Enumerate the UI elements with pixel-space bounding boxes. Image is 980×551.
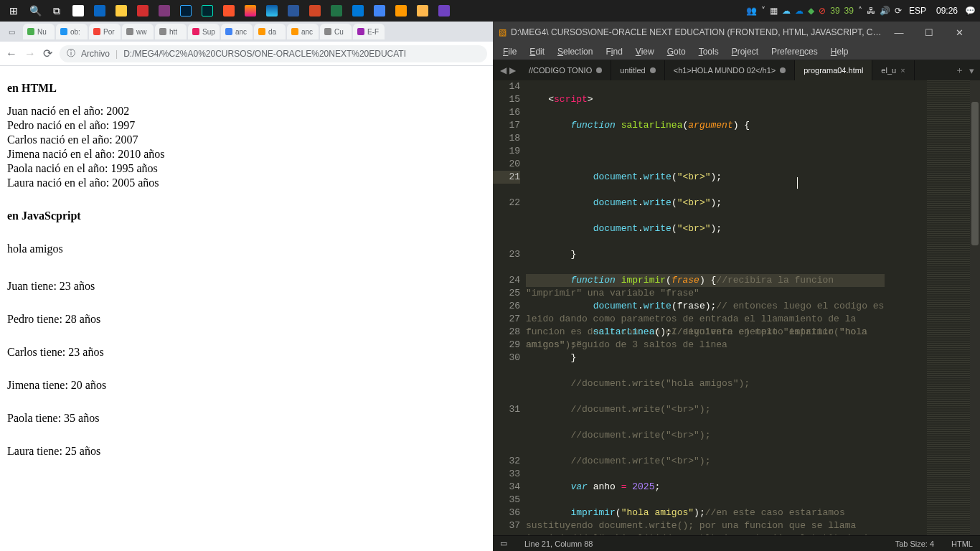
- browser-tab[interactable]: anc: [221, 24, 253, 39]
- onedrive-icon[interactable]: ☁: [795, 6, 804, 16]
- app-icon-2[interactable]: [370, 3, 389, 19]
- excel-icon[interactable]: [327, 3, 346, 19]
- browser-tab[interactable]: Cu: [320, 24, 352, 39]
- sublime-statusbar: ▭ Line 21, Column 88 Tab Size: 4 HTML: [493, 535, 980, 551]
- tab-close-icon[interactable]: ×: [900, 66, 905, 75]
- powerpoint-icon[interactable]: [306, 3, 324, 19]
- menu-preferences[interactable]: Preferences: [765, 45, 824, 58]
- line-gutter: 141516 171819 20 21 22 23 242526 272829 …: [493, 80, 526, 535]
- menu-help[interactable]: Help: [825, 45, 854, 58]
- tab-label: <h1>HOLA MUNDO 02</h1>: [674, 66, 776, 75]
- file-icon: ⓘ: [67, 47, 75, 60]
- menu-goto[interactable]: Goto: [661, 45, 692, 58]
- ethernet-icon[interactable]: 🖧: [867, 6, 875, 16]
- maximize-button[interactable]: ☐: [914, 22, 944, 43]
- minimap[interactable]: [927, 80, 970, 535]
- mail-icon[interactable]: [90, 3, 109, 19]
- forward-button[interactable]: →: [24, 47, 36, 60]
- tray-icon[interactable]: ☁: [782, 6, 791, 16]
- cursor-position[interactable]: Line 21, Column 88: [524, 540, 593, 548]
- status-icon[interactable]: ▭: [500, 539, 507, 548]
- store-icon[interactable]: [69, 3, 88, 19]
- sublime-menubar: File Edit Selection Find View Goto Tools…: [493, 43, 980, 60]
- people-icon[interactable]: 👥: [746, 6, 757, 16]
- menu-edit[interactable]: Edit: [524, 45, 550, 58]
- address-bar[interactable]: ⓘ Archivo | D:/MEG4/%C2%A0%20CURSOS/ONE-…: [60, 45, 487, 62]
- window-title: D:\MEG4\ CURSOS\ONE-ORACLE NEXT EDUCATIO…: [511, 27, 884, 37]
- code-area[interactable]: <script> function saltarLinea(argument) …: [526, 80, 980, 535]
- syntax-mode[interactable]: HTML: [951, 540, 973, 548]
- tray-count: 39: [844, 6, 854, 16]
- file-tab[interactable]: untitled: [611, 60, 664, 80]
- menu-find[interactable]: Find: [600, 45, 628, 58]
- tab-next-icon[interactable]: ▶: [509, 65, 516, 75]
- tray-icon[interactable]: ▦: [770, 6, 778, 16]
- security-icon[interactable]: ◆: [808, 6, 814, 16]
- edge-icon[interactable]: [263, 3, 281, 19]
- tab-size[interactable]: Tab Size: 4: [895, 540, 934, 548]
- browser-tab[interactable]: Por: [89, 24, 121, 39]
- minimize-button[interactable]: —: [884, 22, 914, 43]
- sublime-icon[interactable]: [392, 3, 410, 19]
- up-icon[interactable]: ˄: [858, 6, 862, 16]
- text-line: Jimena nació en el año: 2010 años: [7, 148, 486, 161]
- folder-icon[interactable]: [413, 3, 432, 19]
- browser-tab[interactable]: anc: [287, 24, 319, 39]
- browser-tab[interactable]: Nu: [23, 24, 55, 39]
- tab-dropdown-icon[interactable]: ▾: [969, 65, 974, 76]
- vscode-icon[interactable]: [349, 3, 367, 19]
- task-view-icon[interactable]: ⧉: [47, 3, 66, 19]
- tab-prev-icon[interactable]: ◀: [500, 65, 507, 75]
- file-tab[interactable]: <h1>HOLA MUNDO 02</h1>: [665, 60, 795, 80]
- tab-label: ob:: [70, 28, 80, 36]
- text-line: Carlos nació en el año: 2007: [7, 133, 486, 146]
- code-editor[interactable]: 141516 171819 20 21 22 23 242526 272829 …: [493, 80, 980, 535]
- text-line: Paola nació en el año: 1995 años: [7, 162, 486, 175]
- menu-view[interactable]: View: [630, 45, 660, 58]
- audition-icon[interactable]: [198, 3, 217, 19]
- word-icon[interactable]: [284, 3, 303, 19]
- file-tab[interactable]: //CODIGO TONIO: [520, 60, 611, 80]
- scrollbar-thumb[interactable]: [971, 102, 979, 245]
- text-line: Paola tiene: 35 años: [7, 412, 486, 425]
- back-button[interactable]: ←: [6, 47, 17, 60]
- browser-tabstrip: ▭ Nu ob: Por ww htt Sup anc da anc Cu E-…: [0, 22, 493, 42]
- page-heading: en JavaScpript: [7, 209, 486, 222]
- explorer-icon[interactable]: [112, 3, 131, 19]
- brave-icon[interactable]: [220, 3, 238, 19]
- browser-tab[interactable]: Sup: [188, 24, 220, 39]
- volume-icon[interactable]: 🔊: [880, 6, 890, 16]
- browser-tab[interactable]: E-F: [353, 24, 385, 39]
- text-line: Laura nació en el año: 2005 años: [7, 176, 486, 189]
- app-icon[interactable]: [133, 3, 152, 19]
- browser-tab[interactable]: htt: [155, 24, 187, 39]
- firefox-icon[interactable]: [241, 3, 260, 19]
- sublime-titlebar[interactable]: ▧ D:\MEG4\ CURSOS\ONE-ORACLE NEXT EDUCAT…: [493, 22, 980, 43]
- menu-file[interactable]: File: [497, 45, 522, 58]
- tray-chevron-icon[interactable]: ˅: [761, 6, 765, 16]
- file-tab[interactable]: el_u×: [872, 60, 914, 80]
- browser-tab[interactable]: ob:: [56, 24, 88, 39]
- app-icon-3[interactable]: [435, 3, 453, 19]
- photoshop-icon[interactable]: [176, 3, 195, 19]
- reload-button[interactable]: ⟳: [43, 47, 52, 60]
- menu-selection[interactable]: Selection: [552, 45, 598, 58]
- sync-icon[interactable]: ⟳: [895, 6, 902, 16]
- browser-tab[interactable]: da: [254, 24, 286, 39]
- tab-label: untitled: [620, 66, 645, 75]
- file-tab-active[interactable]: programa04.html: [795, 60, 872, 80]
- action-center-icon[interactable]: 💬: [965, 6, 976, 16]
- browser-tab[interactable]: ww: [122, 24, 154, 39]
- onenote-icon[interactable]: [155, 3, 174, 19]
- start-button[interactable]: ⊞: [4, 3, 23, 19]
- menu-tools[interactable]: Tools: [693, 45, 725, 58]
- menu-project[interactable]: Project: [726, 45, 764, 58]
- clock[interactable]: 09:26: [933, 6, 961, 16]
- new-tab-icon[interactable]: ＋: [955, 64, 964, 77]
- vertical-scrollbar[interactable]: [970, 80, 980, 535]
- browser-control-button[interactable]: ▭: [4, 24, 22, 39]
- tray-icon[interactable]: ⊘: [819, 6, 826, 16]
- search-icon[interactable]: 🔍: [26, 3, 44, 19]
- close-button[interactable]: ✕: [944, 22, 974, 43]
- keyboard-lang[interactable]: ESP: [906, 6, 929, 16]
